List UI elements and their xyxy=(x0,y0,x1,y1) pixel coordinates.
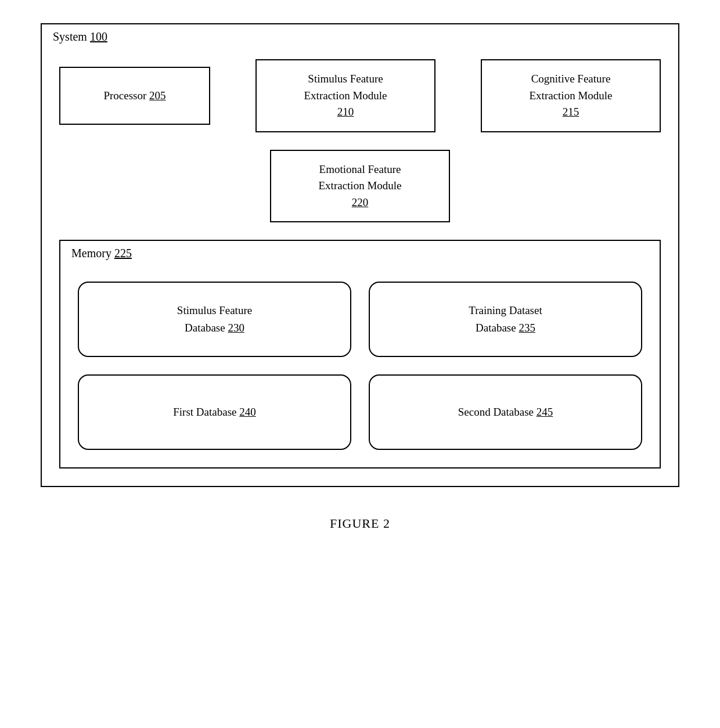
cognitive-extraction-label: Cognitive Feature Extraction Module 215 xyxy=(530,71,613,121)
cognitive-extraction-line1: Cognitive Feature xyxy=(531,73,611,85)
stimulus-extraction-line1: Stimulus Feature xyxy=(308,73,383,85)
processor-label: Processor 205 xyxy=(103,88,165,104)
memory-number: 225 xyxy=(114,247,132,260)
memory-grid: Stimulus Feature Database 230 Training D… xyxy=(78,282,642,450)
second-db-box: Second Database 245 xyxy=(369,374,642,450)
stimulus-db-line2: Database xyxy=(185,322,225,334)
second-db-line1: Second Database xyxy=(458,406,534,418)
processor-box: Processor 205 xyxy=(59,67,210,125)
training-db-box: Training Dataset Database 235 xyxy=(369,282,642,357)
first-db-box: First Database 240 xyxy=(78,374,351,450)
training-db-line2: Database xyxy=(476,322,516,334)
training-db-label: Training Dataset Database 235 xyxy=(469,302,542,337)
processor-text: Processor xyxy=(103,89,146,102)
emotional-extraction-line2: Extraction Module xyxy=(319,179,402,192)
middle-row: Emotional Feature Extraction Module 220 xyxy=(59,150,661,223)
system-number: 100 xyxy=(90,30,107,43)
stimulus-db-label: Stimulus Feature Database 230 xyxy=(177,302,252,337)
stimulus-extraction-label: Stimulus Feature Extraction Module 210 xyxy=(304,71,387,121)
emotional-extraction-number: 220 xyxy=(352,196,369,208)
first-db-line1: First Database xyxy=(173,406,236,418)
page-container: System 100 Processor 205 Stimulus Featur… xyxy=(23,17,697,531)
memory-box: Memory 225 Stimulus Feature Database 230… xyxy=(59,240,661,468)
stimulus-db-box: Stimulus Feature Database 230 xyxy=(78,282,351,357)
top-row: Processor 205 Stimulus Feature Extractio… xyxy=(59,59,661,132)
second-db-label: Second Database 245 xyxy=(458,403,553,421)
system-text: System xyxy=(53,30,87,43)
stimulus-db-line1: Stimulus Feature xyxy=(177,304,252,316)
second-db-number: 245 xyxy=(537,406,553,418)
figure-label: FIGURE 2 xyxy=(330,516,390,531)
memory-label: Memory 225 xyxy=(69,247,134,260)
stimulus-extraction-line2: Extraction Module xyxy=(304,89,387,102)
cognitive-extraction-box: Cognitive Feature Extraction Module 215 xyxy=(481,59,661,132)
stimulus-extraction-number: 210 xyxy=(337,106,354,118)
stimulus-db-number: 230 xyxy=(228,322,244,334)
emotional-extraction-box: Emotional Feature Extraction Module 220 xyxy=(270,150,450,223)
first-db-label: First Database 240 xyxy=(173,403,255,421)
system-label: System 100 xyxy=(51,30,110,44)
training-db-number: 235 xyxy=(519,322,535,334)
stimulus-extraction-box: Stimulus Feature Extraction Module 210 xyxy=(255,59,435,132)
cognitive-extraction-number: 215 xyxy=(563,106,579,118)
memory-text: Memory xyxy=(71,247,111,260)
system-box: System 100 Processor 205 Stimulus Featur… xyxy=(41,23,679,487)
processor-number: 205 xyxy=(149,89,166,102)
cognitive-extraction-line2: Extraction Module xyxy=(530,89,613,102)
first-db-number: 240 xyxy=(239,406,256,418)
emotional-extraction-label: Emotional Feature Extraction Module 220 xyxy=(319,161,402,211)
training-db-line1: Training Dataset xyxy=(469,304,542,316)
emotional-extraction-line1: Emotional Feature xyxy=(319,163,401,175)
